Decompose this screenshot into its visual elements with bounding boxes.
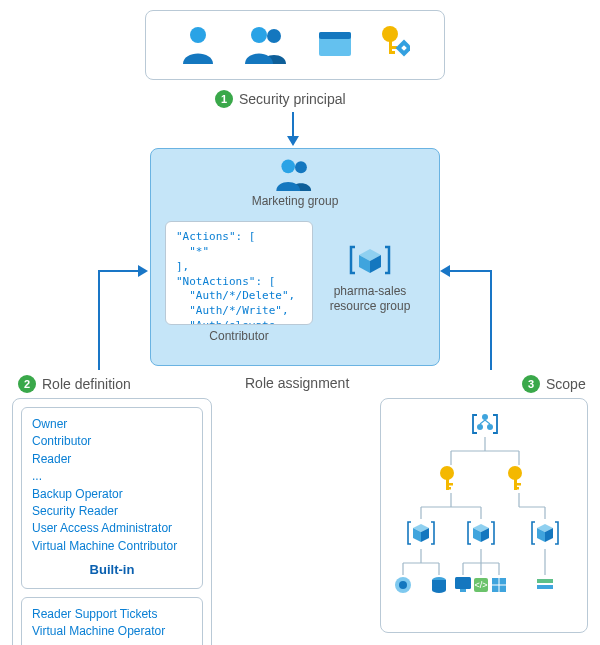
svg-point-18 (487, 424, 493, 430)
scope-hierarchy-diagram: </> (381, 399, 589, 634)
step-1-badge: 1 (215, 90, 233, 108)
builtin-role-item: ... (32, 468, 192, 485)
assignment-role-name: Contributor (165, 329, 313, 343)
role-assignment-panel: Marketing group "Actions": [ "*" ], "Not… (150, 148, 440, 366)
svg-rect-7 (389, 46, 397, 49)
role-definition-label: 2 Role definition (18, 375, 131, 393)
role-definition-text: Role definition (42, 376, 131, 392)
step-3-badge: 3 (522, 375, 540, 393)
svg-point-17 (477, 424, 483, 430)
svg-point-1 (267, 29, 281, 43)
custom-roles-card: Reader Support Tickets Virtual Machine O… (21, 597, 203, 645)
managed-identity-icon (380, 24, 410, 67)
step-2-badge: 2 (18, 375, 36, 393)
svg-point-19 (440, 466, 454, 480)
custom-role-item: Virtual Machine Operator (32, 623, 192, 640)
builtin-role-item: Reader (32, 451, 192, 468)
user-icon (180, 24, 216, 67)
custom-role-item: Reader Support Tickets (32, 606, 192, 623)
svg-rect-25 (514, 483, 521, 486)
svg-point-12 (281, 160, 295, 174)
svg-point-11 (295, 161, 307, 173)
builtin-role-item: Owner (32, 416, 192, 433)
svg-point-37 (399, 581, 407, 589)
assignment-scope: pharma-sales resource group (321, 239, 419, 314)
svg-point-5 (382, 26, 398, 42)
svg-rect-22 (446, 487, 451, 490)
svg-point-16 (482, 414, 488, 420)
builtin-roles-card: Owner Contributor Reader ... Backup Oper… (21, 407, 203, 589)
security-principal-panel (145, 10, 445, 80)
security-principal-text: Security principal (239, 91, 346, 107)
svg-rect-48 (537, 579, 553, 583)
svg-point-2 (251, 27, 267, 43)
assignment-group: Marketing group (151, 157, 439, 208)
resource-group-icon (349, 239, 391, 284)
role-assignment-label: Role assignment (245, 375, 349, 391)
svg-text:</>: </> (474, 580, 487, 590)
svg-rect-42 (460, 589, 466, 592)
builtin-role-item: Security Reader (32, 503, 192, 520)
builtin-heading: Built-in (32, 561, 192, 580)
svg-rect-41 (455, 577, 471, 589)
assignment-scope-name: pharma-sales resource group (321, 284, 419, 314)
service-principal-icon (318, 29, 352, 62)
group-icon (275, 157, 315, 194)
svg-point-40 (432, 587, 446, 593)
svg-rect-26 (514, 487, 519, 490)
assignment-role: "Actions": [ "*" ], "NotActions": [ "Aut… (165, 221, 313, 343)
scope-text: Scope (546, 376, 586, 392)
svg-rect-8 (389, 51, 395, 54)
scope-label: 3 Scope (522, 375, 586, 393)
svg-rect-49 (537, 585, 553, 589)
builtin-role-item: User Access Administrator (32, 520, 192, 537)
role-json-snippet: "Actions": [ "*" ], "NotActions": [ "Aut… (165, 221, 313, 325)
builtin-role-item: Backup Operator (32, 486, 192, 503)
scope-panel: </> (380, 398, 588, 633)
builtin-role-item: Contributor (32, 433, 192, 450)
builtin-role-item: Virtual Machine Contributor (32, 538, 192, 555)
svg-rect-21 (446, 483, 453, 486)
role-definition-panel: Owner Contributor Reader ... Backup Oper… (12, 398, 212, 645)
svg-point-23 (508, 466, 522, 480)
svg-point-0 (190, 27, 206, 43)
svg-rect-4 (319, 32, 351, 39)
assignment-group-name: Marketing group (151, 194, 439, 208)
security-principal-label: 1 Security principal (215, 90, 346, 108)
group-icon (244, 24, 290, 67)
